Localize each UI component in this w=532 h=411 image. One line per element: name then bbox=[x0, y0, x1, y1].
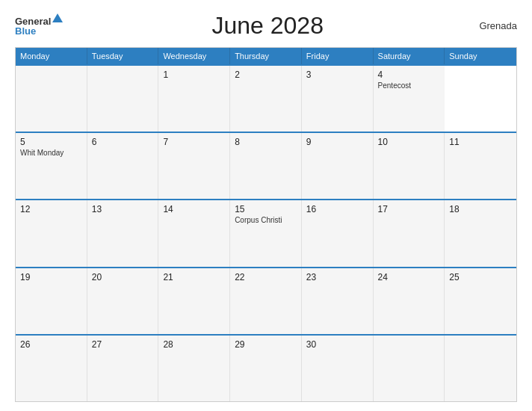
logo-wrapper: General Blue bbox=[15, 16, 63, 36]
date-number: 17 bbox=[378, 204, 440, 214]
date-number: 20 bbox=[92, 272, 154, 282]
table-row: 5 Whit Monday bbox=[16, 133, 87, 199]
date-number: 19 bbox=[20, 272, 82, 282]
table-row: 29 bbox=[230, 336, 302, 401]
table-row: 7 bbox=[158, 133, 230, 199]
table-row: 14 bbox=[158, 200, 230, 266]
date-number: 13 bbox=[92, 204, 154, 214]
page-title: June 2028 bbox=[63, 12, 472, 40]
date-number: 22 bbox=[235, 272, 297, 282]
day-wednesday: Wednesday bbox=[158, 48, 230, 64]
table-row: 23 bbox=[302, 268, 374, 334]
date-number: 5 bbox=[20, 137, 82, 147]
table-row: 18 bbox=[445, 200, 516, 266]
date-number: 30 bbox=[306, 339, 368, 350]
table-row: 1 bbox=[158, 66, 230, 132]
date-number: 4 bbox=[378, 69, 441, 80]
day-saturday: Saturday bbox=[374, 48, 445, 64]
date-number: 7 bbox=[163, 137, 225, 147]
table-row bbox=[374, 336, 445, 401]
event-label: Pentecost bbox=[378, 81, 441, 90]
week-row-2: 5 Whit Monday 6 7 8 9 10 bbox=[16, 132, 516, 199]
table-row: 19 bbox=[16, 268, 87, 334]
table-row: 12 bbox=[16, 200, 87, 266]
date-number: 8 bbox=[235, 137, 297, 147]
calendar-page: General Blue June 2028 Grenada Monday Tu… bbox=[0, 0, 532, 411]
date-number: 16 bbox=[306, 204, 368, 214]
date-number: 9 bbox=[306, 137, 368, 147]
week-row-5: 26 27 28 29 30 bbox=[16, 334, 516, 401]
date-number: 10 bbox=[378, 137, 440, 147]
table-row bbox=[16, 66, 87, 132]
table-row: 8 bbox=[230, 133, 302, 199]
table-row: 9 bbox=[302, 133, 374, 199]
day-monday: Monday bbox=[16, 48, 87, 64]
day-sunday: Sunday bbox=[445, 48, 516, 64]
logo-triangle-icon bbox=[52, 13, 63, 22]
day-thursday: Thursday bbox=[230, 48, 302, 64]
date-number: 3 bbox=[306, 69, 368, 80]
day-friday: Friday bbox=[302, 48, 374, 64]
date-number: 1 bbox=[163, 69, 225, 80]
table-row bbox=[445, 336, 516, 401]
date-number: 12 bbox=[20, 204, 82, 214]
table-row: 24 bbox=[374, 268, 445, 334]
days-header: Monday Tuesday Wednesday Thursday Friday… bbox=[16, 48, 516, 64]
date-number: 27 bbox=[92, 339, 154, 350]
date-number: 23 bbox=[306, 272, 368, 282]
date-number: 2 bbox=[235, 69, 297, 80]
logo: General Blue bbox=[15, 16, 63, 36]
date-number: 24 bbox=[378, 272, 440, 282]
logo-top-row: General bbox=[15, 16, 63, 26]
event-label: Corpus Christi bbox=[235, 216, 297, 224]
table-row: 21 bbox=[158, 268, 230, 334]
table-row: 22 bbox=[230, 268, 302, 334]
date-number: 6 bbox=[92, 137, 154, 147]
table-row: 3 bbox=[302, 66, 374, 132]
table-row: 4 Pentecost bbox=[374, 66, 445, 132]
table-row: 26 bbox=[16, 336, 87, 401]
date-number: 25 bbox=[449, 272, 512, 282]
event-label: Whit Monday bbox=[20, 149, 82, 157]
logo-blue-text: Blue bbox=[15, 26, 36, 36]
table-row: 17 bbox=[374, 200, 445, 266]
table-row: 30 bbox=[302, 336, 374, 401]
table-row: 15 Corpus Christi bbox=[230, 200, 302, 266]
week-row-4: 19 20 21 22 23 24 25 bbox=[16, 267, 516, 334]
table-row: 6 bbox=[87, 133, 159, 199]
calendar: Monday Tuesday Wednesday Thursday Friday… bbox=[15, 47, 517, 402]
country-label: Grenada bbox=[472, 20, 517, 31]
table-row: 2 bbox=[230, 66, 302, 132]
date-number: 21 bbox=[163, 272, 225, 282]
table-row: 16 bbox=[302, 200, 374, 266]
date-number: 11 bbox=[449, 137, 512, 147]
table-row: 10 bbox=[374, 133, 445, 199]
table-row bbox=[87, 66, 159, 132]
week-row-3: 12 13 14 15 Corpus Christi 16 17 bbox=[16, 199, 516, 266]
header: General Blue June 2028 Grenada bbox=[15, 12, 517, 40]
date-number: 28 bbox=[163, 339, 225, 350]
table-row: 20 bbox=[87, 268, 159, 334]
table-row: 13 bbox=[87, 200, 159, 266]
date-number: 18 bbox=[449, 204, 512, 214]
weeks-container: 1 2 3 4 Pentecost 5 Whit Monday bbox=[16, 64, 516, 401]
date-number: 26 bbox=[20, 339, 82, 350]
day-tuesday: Tuesday bbox=[87, 48, 159, 64]
table-row: 11 bbox=[445, 133, 516, 199]
date-number: 15 bbox=[235, 204, 297, 214]
date-number: 14 bbox=[163, 204, 225, 214]
date-number: 29 bbox=[235, 339, 297, 350]
week-row-1: 1 2 3 4 Pentecost bbox=[16, 64, 516, 132]
table-row: 27 bbox=[87, 336, 159, 401]
table-row: 25 bbox=[445, 268, 516, 334]
logo-general-text: General bbox=[15, 16, 51, 26]
table-row: 28 bbox=[158, 336, 230, 401]
